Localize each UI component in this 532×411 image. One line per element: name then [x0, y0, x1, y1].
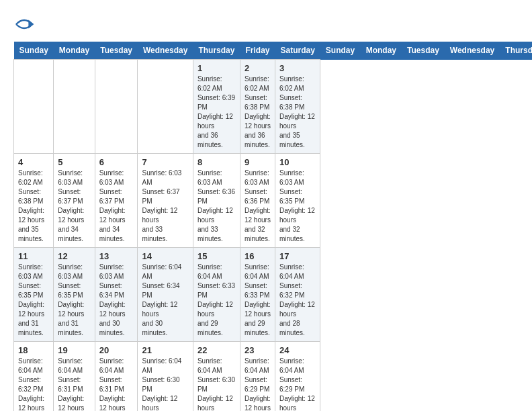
logo-icon: [13, 13, 35, 35]
calendar-cell: 12Sunrise: 6:03 AM Sunset: 6:35 PM Dayli…: [54, 248, 95, 342]
day-info: Sunrise: 6:04 AM Sunset: 6:34 PM Dayligh…: [142, 263, 188, 338]
day-info: Sunrise: 6:03 AM Sunset: 6:36 PM Dayligh…: [245, 169, 271, 244]
day-info: Sunrise: 6:03 AM Sunset: 6:37 PM Dayligh…: [142, 169, 188, 244]
calendar-cell: 2Sunrise: 6:02 AM Sunset: 6:38 PM Daylig…: [240, 60, 275, 154]
logo: [13, 13, 38, 35]
calendar-week-1: 1Sunrise: 6:02 AM Sunset: 6:39 PM Daylig…: [14, 60, 533, 154]
calendar-cell: 15Sunrise: 6:04 AM Sunset: 6:33 PM Dayli…: [193, 248, 240, 342]
calendar-cell: 4Sunrise: 6:02 AM Sunset: 6:38 PM Daylig…: [14, 154, 54, 248]
calendar-cell: 17Sunrise: 6:04 AM Sunset: 6:32 PM Dayli…: [275, 248, 320, 342]
header-thursday: Thursday: [193, 42, 240, 60]
day-info: Sunrise: 6:04 AM Sunset: 6:30 PM Dayligh…: [142, 357, 188, 411]
day-number: 13: [99, 251, 134, 261]
calendar-cell: 8Sunrise: 6:03 AM Sunset: 6:36 PM Daylig…: [193, 154, 240, 248]
day-number: 9: [245, 157, 271, 167]
calendar-cell: 1Sunrise: 6:02 AM Sunset: 6:39 PM Daylig…: [193, 60, 240, 154]
calendar-cell: [54, 60, 95, 154]
day-number: 17: [279, 251, 316, 261]
header-thursday: Thursday: [500, 42, 532, 60]
calendar-cell: 5Sunrise: 6:03 AM Sunset: 6:37 PM Daylig…: [54, 154, 95, 248]
header-wednesday: Wednesday: [445, 42, 500, 60]
day-number: 21: [142, 345, 188, 355]
day-number: 16: [245, 251, 271, 261]
day-info: Sunrise: 6:03 AM Sunset: 6:37 PM Dayligh…: [58, 169, 90, 244]
calendar-cell: 3Sunrise: 6:02 AM Sunset: 6:38 PM Daylig…: [275, 60, 320, 154]
calendar-cell: 18Sunrise: 6:04 AM Sunset: 6:32 PM Dayli…: [14, 342, 54, 412]
day-number: 2: [245, 63, 271, 73]
day-number: 1: [197, 63, 236, 73]
calendar-week-4: 18Sunrise: 6:04 AM Sunset: 6:32 PM Dayli…: [14, 342, 533, 412]
day-number: 7: [142, 157, 188, 167]
page-header: [13, 13, 519, 35]
header-saturday: Saturday: [275, 42, 320, 60]
calendar-cell: 20Sunrise: 6:04 AM Sunset: 6:31 PM Dayli…: [95, 342, 138, 412]
calendar-header-row: SundayMondayTuesdayWednesdayThursdayFrid…: [14, 42, 533, 60]
calendar-cell: 7Sunrise: 6:03 AM Sunset: 6:37 PM Daylig…: [138, 154, 193, 248]
day-info: Sunrise: 6:04 AM Sunset: 6:32 PM Dayligh…: [279, 263, 316, 338]
day-info: Sunrise: 6:03 AM Sunset: 6:35 PM Dayligh…: [58, 263, 90, 338]
day-info: Sunrise: 6:04 AM Sunset: 6:29 PM Dayligh…: [279, 357, 316, 411]
calendar-week-2: 4Sunrise: 6:02 AM Sunset: 6:38 PM Daylig…: [14, 154, 533, 248]
day-number: 18: [18, 345, 49, 355]
calendar-cell: [95, 60, 138, 154]
day-info: Sunrise: 6:04 AM Sunset: 6:32 PM Dayligh…: [18, 357, 49, 411]
day-info: Sunrise: 6:04 AM Sunset: 6:30 PM Dayligh…: [197, 357, 236, 411]
day-info: Sunrise: 6:02 AM Sunset: 6:38 PM Dayligh…: [18, 169, 49, 244]
day-number: 19: [58, 345, 90, 355]
day-number: 6: [99, 157, 134, 167]
day-info: Sunrise: 6:03 AM Sunset: 6:35 PM Dayligh…: [279, 169, 316, 244]
calendar-cell: 11Sunrise: 6:03 AM Sunset: 6:35 PM Dayli…: [14, 248, 54, 342]
calendar-cell: 21Sunrise: 6:04 AM Sunset: 6:30 PM Dayli…: [138, 342, 193, 412]
day-number: 14: [142, 251, 188, 261]
day-number: 5: [58, 157, 90, 167]
day-number: 8: [197, 157, 236, 167]
header-sunday: Sunday: [320, 42, 361, 60]
calendar-week-3: 11Sunrise: 6:03 AM Sunset: 6:35 PM Dayli…: [14, 248, 533, 342]
calendar-cell: 14Sunrise: 6:04 AM Sunset: 6:34 PM Dayli…: [138, 248, 193, 342]
day-info: Sunrise: 6:03 AM Sunset: 6:34 PM Dayligh…: [99, 263, 134, 338]
calendar-cell: [138, 60, 193, 154]
day-info: Sunrise: 6:04 AM Sunset: 6:33 PM Dayligh…: [245, 263, 271, 338]
header-wednesday: Wednesday: [138, 42, 193, 60]
header-monday: Monday: [361, 42, 402, 60]
day-number: 20: [99, 345, 134, 355]
calendar-cell: 16Sunrise: 6:04 AM Sunset: 6:33 PM Dayli…: [240, 248, 275, 342]
calendar-cell: 13Sunrise: 6:03 AM Sunset: 6:34 PM Dayli…: [95, 248, 138, 342]
day-number: 3: [279, 63, 316, 73]
header-tuesday: Tuesday: [95, 42, 138, 60]
calendar-cell: 24Sunrise: 6:04 AM Sunset: 6:29 PM Dayli…: [275, 342, 320, 412]
calendar-cell: 10Sunrise: 6:03 AM Sunset: 6:35 PM Dayli…: [275, 154, 320, 248]
day-info: Sunrise: 6:02 AM Sunset: 6:38 PM Dayligh…: [279, 75, 316, 150]
day-number: 4: [18, 157, 49, 167]
day-number: 22: [197, 345, 236, 355]
header-monday: Monday: [54, 42, 95, 60]
day-info: Sunrise: 6:04 AM Sunset: 6:33 PM Dayligh…: [197, 263, 236, 338]
header-sunday: Sunday: [14, 42, 54, 60]
calendar-cell: [14, 60, 54, 154]
calendar-table: SundayMondayTuesdayWednesdayThursdayFrid…: [13, 42, 532, 411]
day-info: Sunrise: 6:04 AM Sunset: 6:31 PM Dayligh…: [99, 357, 134, 411]
calendar-cell: 6Sunrise: 6:03 AM Sunset: 6:37 PM Daylig…: [95, 154, 138, 248]
day-info: Sunrise: 6:03 AM Sunset: 6:37 PM Dayligh…: [99, 169, 134, 244]
day-info: Sunrise: 6:03 AM Sunset: 6:36 PM Dayligh…: [197, 169, 236, 244]
header-friday: Friday: [240, 42, 275, 60]
day-number: 15: [197, 251, 236, 261]
day-info: Sunrise: 6:04 AM Sunset: 6:29 PM Dayligh…: [245, 357, 271, 411]
day-info: Sunrise: 6:04 AM Sunset: 6:31 PM Dayligh…: [58, 357, 90, 411]
day-number: 23: [245, 345, 271, 355]
day-info: Sunrise: 6:02 AM Sunset: 6:39 PM Dayligh…: [197, 75, 236, 150]
day-info: Sunrise: 6:03 AM Sunset: 6:35 PM Dayligh…: [18, 263, 49, 338]
day-number: 10: [279, 157, 316, 167]
day-info: Sunrise: 6:02 AM Sunset: 6:38 PM Dayligh…: [245, 75, 271, 150]
day-number: 12: [58, 251, 90, 261]
calendar-cell: 23Sunrise: 6:04 AM Sunset: 6:29 PM Dayli…: [240, 342, 275, 412]
day-number: 11: [18, 251, 49, 261]
day-number: 24: [279, 345, 316, 355]
calendar-cell: 22Sunrise: 6:04 AM Sunset: 6:30 PM Dayli…: [193, 342, 240, 412]
calendar-cell: 19Sunrise: 6:04 AM Sunset: 6:31 PM Dayli…: [54, 342, 95, 412]
calendar-cell: 9Sunrise: 6:03 AM Sunset: 6:36 PM Daylig…: [240, 154, 275, 248]
header-tuesday: Tuesday: [402, 42, 445, 60]
